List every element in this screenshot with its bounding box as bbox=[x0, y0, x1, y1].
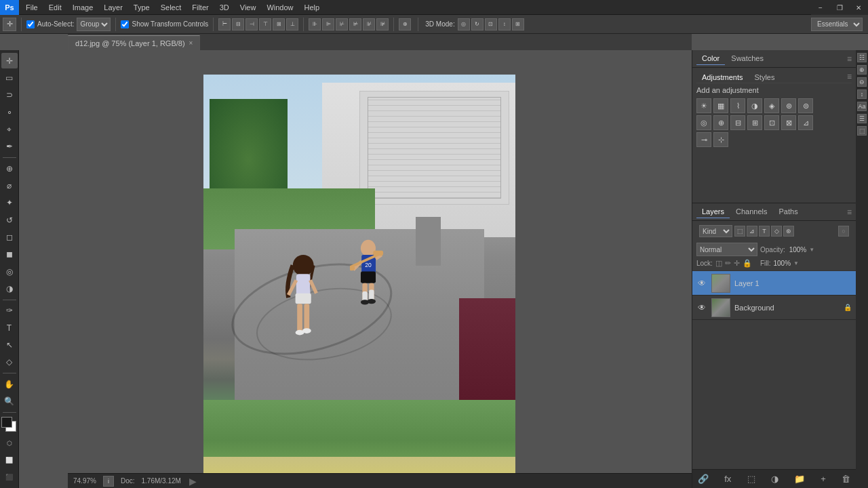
distribute-5-btn[interactable]: ⊮ bbox=[363, 18, 375, 30]
minimize-button[interactable]: − bbox=[811, 0, 830, 15]
clone-tool[interactable]: ✦ bbox=[1, 195, 18, 211]
panel-tool-3[interactable]: ⊖ bbox=[857, 77, 867, 87]
lock-transparent-btn[interactable]: ◫ bbox=[715, 259, 722, 268]
levels-adj[interactable]: ▦ bbox=[713, 98, 728, 113]
black-white-adj[interactable]: ◎ bbox=[696, 115, 711, 130]
filter-adj-btn[interactable]: ⊿ bbox=[747, 226, 757, 237]
layer-item-layer1[interactable]: 👁 Layer 1 bbox=[692, 271, 856, 296]
distribute-6-btn[interactable]: ⊯ bbox=[376, 18, 389, 30]
selective-color-adj[interactable]: ⊹ bbox=[713, 132, 728, 147]
zoom-tool[interactable]: 🔍 bbox=[1, 393, 18, 409]
adjustments-tab[interactable]: Adjustments bbox=[696, 72, 749, 83]
lock-pixels-btn[interactable]: ✏ bbox=[725, 259, 731, 268]
color-tab[interactable]: Color bbox=[696, 52, 725, 65]
close-button[interactable]: ✕ bbox=[849, 0, 868, 15]
vibrance-adj[interactable]: ◈ bbox=[764, 98, 779, 113]
type-tool[interactable]: T bbox=[1, 320, 18, 336]
layer-item-background[interactable]: 👁 Background 🔒 bbox=[692, 296, 856, 320]
panel-tool-7[interactable]: ⬚ bbox=[857, 126, 867, 136]
playback-btn[interactable]: ▶ bbox=[188, 476, 199, 487]
distribute-2-btn[interactable]: ⊫ bbox=[322, 18, 334, 30]
menu-window[interactable]: Window bbox=[261, 2, 298, 13]
add-mask-btn[interactable]: ⬚ bbox=[747, 474, 755, 484]
screen-mode-2-tool[interactable]: ⬛ bbox=[1, 470, 18, 485]
opacity-arrow[interactable]: ▼ bbox=[809, 247, 814, 253]
add-layer-style-btn[interactable]: fx bbox=[724, 474, 731, 484]
color-swatches[interactable] bbox=[1, 417, 18, 432]
menu-edit[interactable]: Edit bbox=[43, 2, 67, 13]
filter-type-btn[interactable]: T bbox=[759, 226, 770, 237]
swatches-tab[interactable]: Swatches bbox=[726, 52, 769, 65]
quick-mask-tool[interactable]: ⬡ bbox=[1, 435, 18, 451]
3d-mode-4-btn[interactable]: ↕ bbox=[498, 18, 511, 30]
show-transform-checkbox[interactable] bbox=[121, 20, 129, 28]
workspace-select[interactable]: Essentials bbox=[811, 18, 863, 31]
background-visibility-btn[interactable]: 👁 bbox=[696, 302, 707, 313]
gradient-map-adj[interactable]: ⊸ bbox=[696, 132, 711, 147]
align-center-vert-btn[interactable]: ⊞ bbox=[273, 18, 285, 30]
align-right-edges-btn[interactable]: ⊣ bbox=[245, 18, 258, 30]
menu-filter[interactable]: Filter bbox=[186, 2, 214, 13]
layer1-visibility-btn[interactable]: 👁 bbox=[696, 278, 707, 289]
posterize-adj[interactable]: ⊠ bbox=[781, 115, 796, 130]
menu-help[interactable]: Help bbox=[299, 2, 326, 13]
eyedropper-tool[interactable]: ✒ bbox=[1, 139, 18, 155]
auto-select-type[interactable]: Group Layer bbox=[77, 18, 111, 31]
panel-tool-4[interactable]: ↕ bbox=[857, 89, 867, 99]
new-layer-btn[interactable]: + bbox=[821, 474, 826, 484]
gradient-tool[interactable]: ◼ bbox=[1, 247, 18, 262]
blur-tool[interactable]: ◎ bbox=[1, 264, 18, 279]
channels-tab[interactable]: Channels bbox=[730, 205, 772, 218]
history-tool[interactable]: ↺ bbox=[1, 212, 18, 228]
pen-tool[interactable]: ✑ bbox=[1, 303, 18, 319]
layer-filter-type[interactable]: Kind Name Effect bbox=[699, 225, 732, 237]
paths-tab[interactable]: Paths bbox=[774, 205, 804, 218]
menu-select[interactable]: Select bbox=[155, 2, 187, 13]
curves-adj[interactable]: ⌇ bbox=[730, 98, 745, 113]
lock-position-btn[interactable]: ✛ bbox=[734, 259, 740, 268]
hue-saturation-adj[interactable]: ⊛ bbox=[781, 98, 796, 113]
menu-3d[interactable]: 3D bbox=[214, 2, 235, 13]
align-bottom-edges-btn[interactable]: ⊥ bbox=[286, 18, 298, 30]
align-center-horiz-btn[interactable]: ⊟ bbox=[232, 18, 244, 30]
menu-type[interactable]: Type bbox=[128, 2, 155, 13]
filter-shape-btn[interactable]: ◇ bbox=[771, 226, 782, 237]
color-lookup-adj[interactable]: ⊞ bbox=[747, 115, 762, 130]
exposure-adj[interactable]: ◑ bbox=[747, 98, 762, 113]
panel-tool-2[interactable]: ⊕ bbox=[857, 65, 867, 75]
eraser-tool[interactable]: ◻ bbox=[1, 229, 18, 245]
threshold-adj[interactable]: ⊿ bbox=[798, 115, 813, 130]
crop-tool[interactable]: ⌖ bbox=[1, 121, 18, 137]
photo-filter-adj[interactable]: ⊕ bbox=[713, 115, 728, 130]
filter-toggle-btn[interactable]: ○ bbox=[838, 226, 849, 237]
status-info-btn[interactable]: i bbox=[103, 476, 114, 487]
brush-tool[interactable]: ⌀ bbox=[1, 178, 18, 193]
menu-view[interactable]: View bbox=[235, 2, 262, 13]
color-balance-adj[interactable]: ⊜ bbox=[798, 98, 813, 113]
brightness-contrast-adj[interactable]: ☀ bbox=[696, 98, 711, 113]
panel-tool-1[interactable]: ☷ bbox=[857, 53, 867, 62]
new-group-btn[interactable]: 📁 bbox=[794, 474, 805, 484]
align-top-edges-btn[interactable]: ⊤ bbox=[259, 18, 271, 30]
dodge-tool[interactable]: ◑ bbox=[1, 281, 18, 296]
link-layers-btn[interactable]: 🔗 bbox=[698, 474, 709, 484]
filter-smart-btn[interactable]: ⊛ bbox=[783, 226, 794, 237]
blend-mode-select[interactable]: Normal Multiply Screen Overlay bbox=[696, 243, 757, 256]
layers-tab[interactable]: Layers bbox=[696, 205, 730, 218]
channel-mixer-adj[interactable]: ⊟ bbox=[730, 115, 745, 130]
menu-image[interactable]: Image bbox=[67, 2, 99, 13]
distribute-3-btn[interactable]: ⊬ bbox=[336, 18, 348, 30]
move-tool[interactable]: ✛ bbox=[1, 53, 18, 68]
fill-arrow[interactable]: ▼ bbox=[793, 260, 799, 266]
color-panel-menu[interactable]: ≡ bbox=[847, 54, 852, 64]
align-left-edges-btn[interactable]: ⊢ bbox=[218, 18, 231, 30]
panel-tool-5[interactable]: Aa bbox=[857, 102, 867, 111]
3d-mode-3-btn[interactable]: ⊡ bbox=[485, 18, 497, 30]
adj-panel-menu[interactable]: ≡ bbox=[847, 72, 852, 83]
marquee-tool[interactable]: ▭ bbox=[1, 70, 18, 85]
layers-panel-menu[interactable]: ≡ bbox=[847, 207, 852, 217]
shape-tool[interactable]: ◇ bbox=[1, 354, 18, 370]
panel-tool-6[interactable]: ☰ bbox=[857, 114, 867, 123]
new-fill-adj-btn[interactable]: ◑ bbox=[771, 474, 778, 484]
lasso-tool[interactable]: ⊃ bbox=[1, 87, 18, 103]
